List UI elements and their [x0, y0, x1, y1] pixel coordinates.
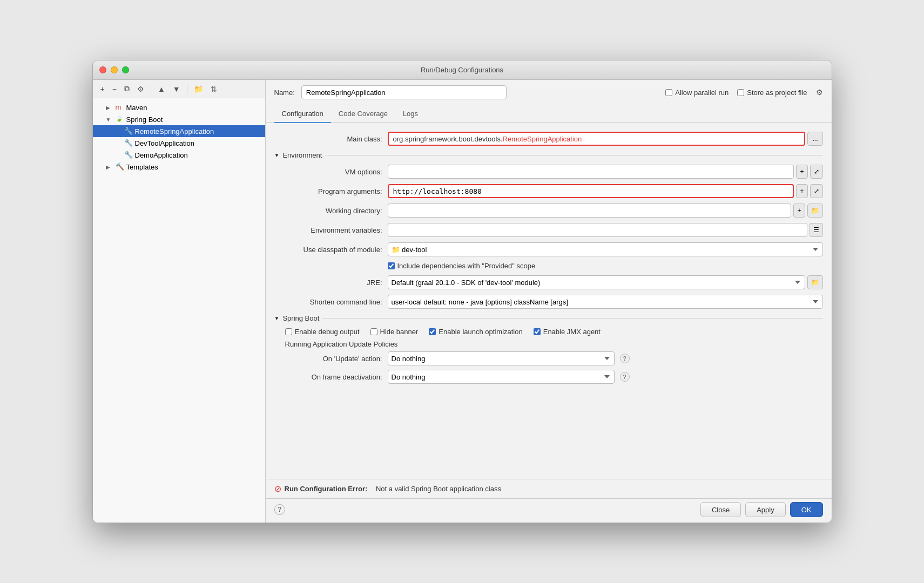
- enable-jmx-checkbox[interactable]: [534, 328, 541, 335]
- move-up-button[interactable]: ▲: [156, 84, 167, 94]
- enable-launch-checkbox[interactable]: [429, 328, 436, 335]
- form-area: Main class: org.springframework.boot.dev…: [266, 123, 832, 479]
- enable-debug-checkbox[interactable]: [285, 328, 292, 335]
- program-args-label: Program arguments:: [274, 187, 382, 195]
- main-class-suffix: RemoteSpringApplication: [503, 135, 582, 143]
- classpath-row: Use classpath of module: 📁 dev-tool: [274, 242, 823, 256]
- maximize-traffic-light[interactable]: [122, 66, 129, 73]
- enable-launch-text: Enable launch optimization: [439, 328, 522, 336]
- enable-debug-text: Enable debug output: [295, 328, 360, 336]
- enable-jmx-text: Enable JMX agent: [543, 328, 601, 336]
- include-deps-text: Include dependencies with "Provided" sco…: [397, 262, 536, 270]
- spring-boot-section-label: Spring Boot: [282, 314, 319, 322]
- allow-parallel-checkbox[interactable]: [665, 89, 672, 96]
- apply-button[interactable]: Apply: [745, 502, 786, 517]
- enable-debug-label: Enable debug output: [285, 328, 360, 336]
- on-frame-row: On frame deactivation: Do nothing ?: [285, 370, 823, 384]
- maven-icon: m: [116, 103, 124, 112]
- env-vars-input-group: ☰: [388, 223, 823, 237]
- program-args-input[interactable]: [388, 184, 794, 198]
- working-dir-row: Working directory: + 📁: [274, 204, 823, 218]
- store-gear-button[interactable]: ⚙: [816, 88, 823, 97]
- tab-code-coverage[interactable]: Code Coverage: [331, 105, 395, 123]
- classpath-select[interactable]: 📁 dev-tool: [388, 242, 823, 256]
- help-button[interactable]: ?: [274, 504, 285, 515]
- move-down-button[interactable]: ▼: [171, 84, 183, 94]
- store-project-checkbox[interactable]: [737, 89, 744, 96]
- copy-config-button[interactable]: ⧉: [122, 83, 132, 94]
- on-frame-help-icon[interactable]: ?: [620, 372, 630, 382]
- sort-button[interactable]: ⇅: [208, 84, 219, 94]
- environment-arrow[interactable]: ▼: [274, 152, 280, 158]
- environment-line: [325, 155, 822, 155]
- demo-arrow: [114, 152, 122, 158]
- folder-button[interactable]: 📁: [192, 84, 205, 94]
- tree-item-springboot[interactable]: ▼ 🍃 Spring Boot: [93, 113, 265, 125]
- spring-boot-arrow[interactable]: ▼: [274, 315, 280, 321]
- program-args-expand-button[interactable]: ⤢: [810, 184, 823, 198]
- vm-options-input[interactable]: [388, 165, 794, 179]
- main-class-label: Main class:: [274, 135, 382, 143]
- program-args-input-group: + ⤢: [388, 184, 823, 198]
- tabs: Configuration Code Coverage Logs: [266, 105, 832, 123]
- tree-item-maven[interactable]: ▶ m Maven: [93, 101, 265, 113]
- jre-label: JRE:: [274, 279, 382, 287]
- env-vars-input[interactable]: [388, 223, 807, 237]
- allow-parallel-label: Allow parallel run: [665, 89, 729, 97]
- shorten-cmd-select[interactable]: user-local default: none - java [options…: [388, 295, 823, 309]
- include-deps-label: Include dependencies with "Provided" sco…: [388, 262, 536, 270]
- shorten-cmd-row: Shorten command line: user-local default…: [274, 295, 823, 309]
- title-bar: Run/Debug Configurations: [93, 60, 832, 80]
- env-vars-browse-button[interactable]: ☰: [810, 223, 823, 237]
- on-update-help-icon[interactable]: ?: [620, 354, 630, 363]
- vm-options-add-button[interactable]: +: [796, 165, 807, 179]
- working-dir-add-button[interactable]: +: [793, 204, 805, 218]
- tree-toolbar: + − ⧉ ⚙ ▲ ▼ 📁 ⇅: [93, 80, 265, 98]
- ok-button[interactable]: OK: [790, 502, 823, 517]
- hide-banner-text: Hide banner: [380, 328, 419, 336]
- working-dir-input[interactable]: [388, 204, 792, 218]
- on-frame-select[interactable]: Do nothing: [388, 370, 615, 384]
- devtool-label: DevToolApplication: [135, 139, 195, 147]
- store-project-label: Store as project file: [737, 89, 807, 97]
- name-input[interactable]: [301, 85, 507, 99]
- hide-banner-checkbox[interactable]: [370, 328, 377, 335]
- add-config-button[interactable]: +: [98, 84, 107, 94]
- close-button[interactable]: Close: [700, 502, 741, 517]
- include-deps-checkbox[interactable]: [388, 262, 395, 269]
- settings-button[interactable]: ⚙: [135, 84, 146, 94]
- working-dir-browse-button[interactable]: 📁: [807, 204, 823, 218]
- close-traffic-light[interactable]: [99, 66, 106, 73]
- right-header: Name: Allow parallel run Store as projec…: [266, 80, 832, 105]
- toolbar-separator-2: [187, 84, 187, 94]
- remove-config-button[interactable]: −: [110, 84, 119, 94]
- jre-select[interactable]: Default (graal 20.1.0 - SDK of 'dev-tool…: [388, 275, 805, 289]
- tree-item-remote-spring[interactable]: 🔧 RemoteSpringApplication: [93, 125, 265, 137]
- remote-spring-arrow: [114, 128, 122, 134]
- vm-options-input-group: + ⤢: [388, 165, 823, 179]
- dialog-content: + − ⧉ ⚙ ▲ ▼ 📁 ⇅ ▶ m Maven: [93, 80, 832, 523]
- error-label: Run Configuration Error:: [285, 485, 368, 493]
- include-deps-row: Include dependencies with "Provided" sco…: [274, 262, 823, 270]
- error-icon: ⊘: [274, 484, 281, 494]
- tree-item-demo[interactable]: 🔧 DemoApplication: [93, 149, 265, 161]
- tree-item-devtool[interactable]: 🔧 DevToolApplication: [93, 137, 265, 149]
- program-args-add-button[interactable]: +: [796, 184, 807, 198]
- jre-browse-button[interactable]: 📁: [807, 275, 823, 289]
- tree-item-templates[interactable]: ▶ 🔨 Templates: [93, 161, 265, 173]
- vm-options-row: VM options: + ⤢: [274, 165, 823, 179]
- main-class-browse-button[interactable]: ...: [807, 132, 822, 146]
- spring-boot-section: ▼ Spring Boot Enable debug output Hide b…: [274, 314, 823, 384]
- devtool-arrow: [114, 140, 122, 146]
- tab-configuration[interactable]: Configuration: [274, 105, 331, 123]
- vm-options-expand-button[interactable]: ⤢: [810, 165, 823, 179]
- update-policies: On 'Update' action: Do nothing ? On fram…: [285, 351, 823, 384]
- main-class-input-display[interactable]: org.springframework.boot.devtools.Remote…: [388, 132, 806, 146]
- header-options: Allow parallel run Store as project file…: [665, 88, 822, 97]
- remote-spring-label: RemoteSpringApplication: [135, 127, 214, 135]
- run-debug-dialog: Run/Debug Configurations + − ⧉ ⚙ ▲ ▼ 📁 ⇅…: [92, 60, 832, 523]
- jre-row: JRE: Default (graal 20.1.0 - SDK of 'dev…: [274, 275, 823, 289]
- tab-logs[interactable]: Logs: [395, 105, 426, 123]
- minimize-traffic-light[interactable]: [111, 66, 118, 73]
- on-update-select[interactable]: Do nothing: [388, 351, 615, 365]
